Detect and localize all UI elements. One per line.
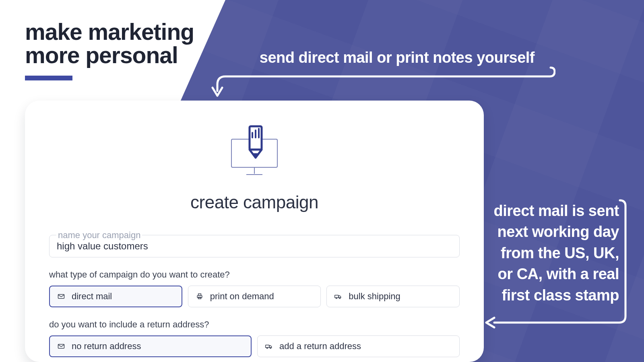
option-add-return-address[interactable]: add a return address <box>257 335 460 357</box>
campaign-type-options: direct mail print on demand bulk shippin… <box>49 286 460 307</box>
option-add-return-address-label: add a return address <box>279 341 361 352</box>
svg-point-17 <box>270 348 271 349</box>
option-print-on-demand[interactable]: print on demand <box>188 286 321 307</box>
headline-line2: more personal <box>25 43 194 67</box>
create-campaign-illustration <box>49 124 460 184</box>
truck-icon <box>334 292 342 300</box>
return-address-question: do you want to include a return address? <box>49 319 460 330</box>
truck-icon <box>265 342 273 350</box>
envelope-icon <box>57 342 65 350</box>
printer-icon <box>196 292 204 300</box>
option-direct-mail-label: direct mail <box>72 291 112 302</box>
page-headline: make marketing more personal <box>25 20 194 80</box>
callout-top: send direct mail or print notes yourself <box>260 49 535 66</box>
option-no-return-address-label: no return address <box>72 341 141 352</box>
campaign-type-question: what type of campaign do you want to cre… <box>49 269 460 280</box>
svg-rect-8 <box>197 296 202 298</box>
headline-line1: make marketing <box>25 20 194 43</box>
svg-rect-9 <box>198 294 201 295</box>
option-no-return-address[interactable]: no return address <box>49 335 252 357</box>
option-bulk-shipping[interactable]: bulk shipping <box>326 286 460 307</box>
headline-underline <box>25 76 72 80</box>
campaign-name-label: name your campaign <box>56 230 142 241</box>
card-title: create campaign <box>49 192 460 212</box>
envelope-icon <box>57 292 65 300</box>
svg-point-12 <box>336 298 337 299</box>
option-bulk-shipping-label: bulk shipping <box>349 291 400 302</box>
callout-right: direct mail is sent next working day fro… <box>486 200 619 306</box>
svg-point-16 <box>267 348 268 349</box>
svg-point-13 <box>339 298 341 299</box>
option-direct-mail[interactable]: direct mail <box>49 286 182 307</box>
option-print-on-demand-label: print on demand <box>210 291 274 302</box>
create-campaign-card: create campaign name your campaign what … <box>25 101 484 362</box>
campaign-name-field: name your campaign <box>49 235 460 257</box>
return-address-options: no return address add a return address <box>49 335 460 357</box>
